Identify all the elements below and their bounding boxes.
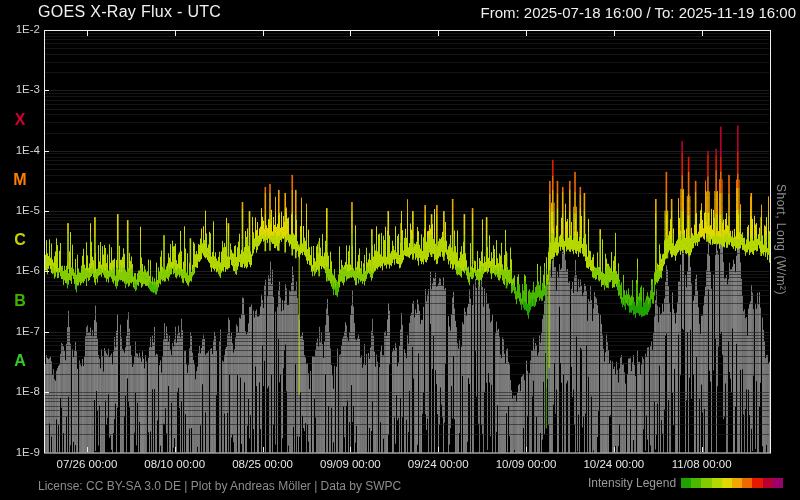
y-tick-label: 1E-3 <box>0 83 40 95</box>
x-tick-label: 08/25 00:00 <box>213 458 313 470</box>
legend-swatch <box>732 478 742 488</box>
flare-class-label-a: A <box>0 352 40 370</box>
legend-swatch <box>712 478 722 488</box>
x-tick-label: 10/09 00:00 <box>476 458 576 470</box>
right-axis-label: Short, Long (W/m²) <box>774 184 788 295</box>
flux-plot-canvas <box>0 0 800 500</box>
intensity-legend: Intensity Legend <box>588 476 783 490</box>
x-tick-label: 08/10 00:00 <box>125 458 225 470</box>
legend-swatch <box>752 478 762 488</box>
legend-swatch <box>722 478 732 488</box>
legend-swatch <box>691 478 701 488</box>
legend-swatch <box>773 478 783 488</box>
x-tick-label: 09/09 00:00 <box>300 458 400 470</box>
legend-swatch <box>742 478 752 488</box>
y-tick-label: 1E-9 <box>0 446 40 458</box>
y-tick-label: 1E-2 <box>0 23 40 35</box>
flare-class-label-x: X <box>0 111 40 129</box>
intensity-legend-bar <box>681 478 783 488</box>
legend-swatch <box>763 478 773 488</box>
flare-class-label-b: B <box>0 292 40 310</box>
legend-swatch <box>681 478 691 488</box>
y-tick-label: 1E-6 <box>0 264 40 276</box>
x-tick-label: 11/08 00:00 <box>652 458 752 470</box>
goes-xray-flux-chart: GOES X-Ray Flux - UTC From: 2025-07-18 1… <box>0 0 800 500</box>
flare-class-label-m: M <box>0 171 40 189</box>
chart-title: GOES X-Ray Flux - UTC <box>38 3 221 21</box>
y-tick-label: 1E-4 <box>0 144 40 156</box>
x-tick-label: 09/24 00:00 <box>388 458 488 470</box>
y-tick-label: 1E-5 <box>0 204 40 216</box>
x-tick-label: 07/26 00:00 <box>37 458 137 470</box>
intensity-legend-label: Intensity Legend <box>588 476 676 490</box>
legend-swatch <box>701 478 711 488</box>
time-range-label: From: 2025-07-18 16:00 / To: 2025-11-19 … <box>481 4 797 21</box>
flare-class-label-c: C <box>0 231 40 249</box>
x-tick-label: 10/24 00:00 <box>564 458 664 470</box>
license-credit: License: CC BY-SA 3.0 DE | Plot by Andre… <box>38 479 401 493</box>
y-tick-label: 1E-8 <box>0 385 40 397</box>
y-tick-label: 1E-7 <box>0 325 40 337</box>
